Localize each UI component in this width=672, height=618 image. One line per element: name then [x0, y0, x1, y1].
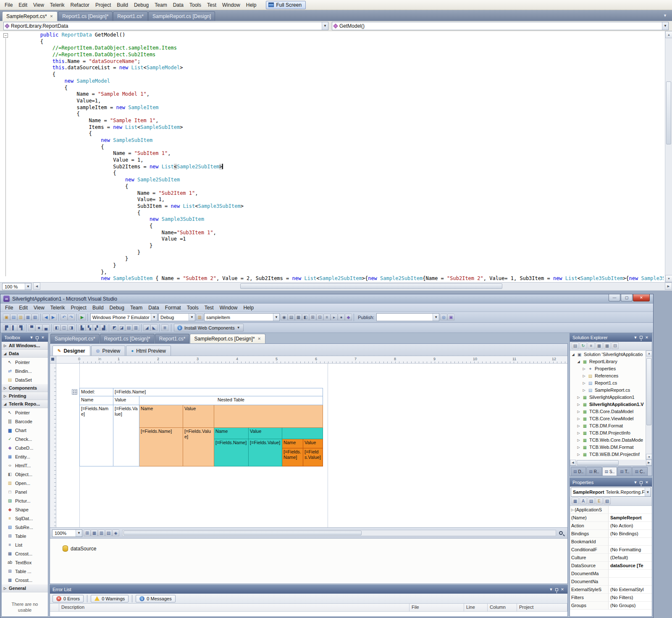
- document-tab[interactable]: SampleReport.cs*: [50, 334, 100, 343]
- start-debugging-icon[interactable]: ▶: [79, 314, 86, 321]
- menu-item-test[interactable]: Test: [204, 0, 219, 10]
- expand-icon[interactable]: ▷: [3, 386, 7, 390]
- expand-icon[interactable]: ▷: [571, 508, 574, 512]
- tree-item[interactable]: ▷▦TCB.Core.DataModel: [570, 408, 652, 415]
- pin-icon[interactable]: [555, 588, 558, 591]
- align-rights-icon[interactable]: ▜: [17, 324, 24, 331]
- tree-item[interactable]: ▷▦TCB.DM.Format: [570, 422, 652, 429]
- error-column-description[interactable]: Description: [59, 604, 410, 611]
- decrease-horizontal-spacing-icon[interactable]: ▞: [93, 324, 100, 331]
- collapse-icon[interactable]: ◢: [3, 402, 7, 406]
- window-position-icon[interactable]: ▼: [633, 335, 638, 340]
- toolbox-item[interactable]: ▨Pictur...: [2, 496, 48, 505]
- toolbox-item[interactable]: ▦Crosst...: [2, 576, 48, 584]
- warnings-filter-button[interactable]: 0 Warnings: [91, 595, 129, 602]
- properties-icon[interactable]: ▤: [588, 498, 595, 505]
- nested3-header-name[interactable]: Name: [282, 439, 303, 448]
- toolbox-group[interactable]: ▷General: [2, 584, 48, 592]
- tree-item[interactable]: ▷✦Properties: [570, 365, 652, 372]
- document-tab[interactable]: Report1.cs*: [155, 334, 190, 343]
- configuration-dropdown[interactable]: Debug ▼: [158, 313, 195, 321]
- expand-icon[interactable]: ▷: [3, 344, 7, 348]
- outer-header-nested-table[interactable]: Nested Table: [139, 396, 323, 405]
- install-web-components-button[interactable]: i Install Web Components ▼: [174, 324, 244, 332]
- window-position-icon[interactable]: ▼: [633, 480, 638, 484]
- outer-data-name[interactable]: [=Fields.Name]: [80, 405, 113, 466]
- tree-item[interactable]: ▷▦TCB.DM.ProjectInfo: [570, 429, 652, 437]
- error-column-file[interactable]: File: [410, 604, 464, 611]
- scroll-down-icon[interactable]: ▼: [646, 454, 652, 460]
- toolbox-item[interactable]: ▥Open...: [2, 479, 48, 487]
- nested3-header-value[interactable]: Value: [303, 439, 323, 448]
- property-row[interactable]: Action(No Action): [570, 522, 652, 530]
- model-value-cell[interactable]: [=Fields.Name]: [113, 388, 323, 396]
- nested1-data-value[interactable]: [=Fields.Value]: [183, 428, 214, 466]
- toolbox-item[interactable]: abTextBox: [2, 558, 48, 567]
- editor-document-tab[interactable]: Report1.cs [Design]*: [58, 11, 113, 21]
- property-row[interactable]: Culture(Default): [570, 554, 652, 562]
- minimize-button[interactable]: —: [609, 294, 620, 301]
- new-project-icon[interactable]: ▣: [3, 314, 10, 321]
- solution-tree[interactable]: ◢▣Solution 'SilverlightApplicatio◢▦Repor…: [570, 351, 652, 460]
- panel-tab-1[interactable]: ▤D..: [571, 467, 586, 476]
- code-editor[interactable]: − public ReportData GetModel() { //=Repo…: [0, 31, 672, 282]
- panel-tab-5[interactable]: ▤C..: [632, 467, 647, 476]
- save-all-icon[interactable]: ▧: [32, 314, 39, 321]
- nested2-data-value[interactable]: [=Fields.Value]: [249, 439, 282, 466]
- dropdown-arrow-icon[interactable]: ▼: [189, 314, 195, 321]
- menu-item-telerik[interactable]: Telerik: [47, 0, 68, 10]
- expand-icon[interactable]: ▷: [577, 424, 580, 428]
- code-text[interactable]: public ReportData GetModel() { //=Report…: [16, 32, 664, 282]
- align-lefts-icon[interactable]: ▛: [3, 324, 10, 331]
- nested2-header-spacer[interactable]: [282, 428, 323, 439]
- menu-item-team[interactable]: Team: [152, 0, 170, 10]
- outer-header-name[interactable]: Name: [80, 396, 113, 405]
- show-all-files-icon[interactable]: ▤: [572, 342, 579, 349]
- solution-explorer-icon[interactable]: ▤: [288, 314, 295, 321]
- dropdown-arrow-icon[interactable]: ▼: [273, 314, 279, 321]
- toolbox-item[interactable]: ◧Object...: [2, 470, 48, 479]
- messages-filter-button[interactable]: i 0 Messages: [136, 595, 175, 602]
- scroll-up-icon[interactable]: ▲: [646, 351, 652, 356]
- toolbox-item[interactable]: ⇄Bindin...: [2, 367, 48, 375]
- redo-icon[interactable]: ↷: [68, 314, 75, 321]
- toolbox-item[interactable]: ▤DataSet: [2, 375, 48, 384]
- solution-explorer-vertical-scrollbar[interactable]: ▲ ▼: [646, 351, 652, 460]
- package-icon[interactable]: ▣: [447, 314, 454, 321]
- property-row[interactable]: DocumentMa: [570, 570, 652, 578]
- pan-icon[interactable]: ◈: [112, 529, 119, 537]
- pin-icon[interactable]: [640, 481, 643, 484]
- view-tab-html-preview[interactable]: ●Html Preview: [126, 346, 171, 356]
- dropdown-arrow-icon[interactable]: ▼: [662, 22, 668, 30]
- menu-item-team[interactable]: Team: [127, 304, 145, 312]
- toolbox-item[interactable]: □Panel: [2, 487, 48, 496]
- designer-canvas[interactable]: Model: [=Fields.Name] Name Value Nested …: [56, 364, 567, 527]
- menu-item-file[interactable]: File: [2, 304, 16, 312]
- properties-header[interactable]: Properties ▼ ✕: [570, 478, 652, 487]
- dropdown-arrow-icon[interactable]: ▼: [433, 314, 439, 321]
- components-tray[interactable]: dataSource: [50, 538, 567, 583]
- property-row[interactable]: Filters(No Filters): [570, 594, 652, 602]
- scrollbar-thumb[interactable]: [666, 81, 671, 144]
- close-icon[interactable]: ✕: [644, 335, 649, 340]
- zoom-magnifier-icon[interactable]: [559, 531, 563, 535]
- nested3-data-value[interactable]: [=Fields.Value]: [303, 448, 323, 466]
- refresh-icon[interactable]: ↻: [580, 342, 587, 349]
- dropdown-arrow-icon[interactable]: ▼: [151, 314, 157, 321]
- increase-horizontal-spacing-icon[interactable]: ▚: [86, 324, 93, 331]
- error-column-column[interactable]: Column: [488, 604, 517, 611]
- open-file-icon[interactable]: ▥: [17, 314, 24, 321]
- vertical-spacing-equal-icon[interactable]: ◩: [111, 324, 118, 331]
- same-height-icon[interactable]: ◨: [68, 324, 75, 331]
- toolbox-item[interactable]: ▧SubRe...: [2, 523, 48, 532]
- same-width-icon[interactable]: ◧: [53, 324, 60, 331]
- start-page-icon[interactable]: ●: [338, 314, 345, 321]
- command-window-icon[interactable]: ▸: [331, 314, 338, 321]
- horizontal-spacing-equal-icon[interactable]: ▙: [79, 324, 86, 331]
- scrollbar-thumb[interactable]: [240, 283, 503, 289]
- expand-icon[interactable]: ▷: [3, 394, 7, 398]
- menu-item-debug[interactable]: Debug: [107, 304, 127, 312]
- editor-document-tab[interactable]: Report1.cs*: [113, 11, 148, 21]
- properties-window-icon[interactable]: ▦: [604, 342, 611, 349]
- menu-item-format[interactable]: Format: [162, 304, 184, 312]
